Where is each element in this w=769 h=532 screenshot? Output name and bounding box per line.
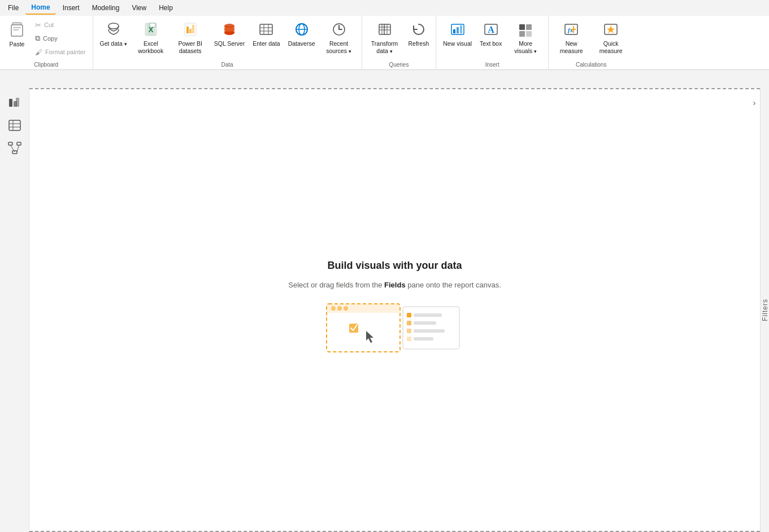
svg-line-62 — [17, 145, 19, 152]
quick-measure-icon — [602, 20, 620, 38]
svg-point-66 — [337, 306, 342, 311]
quick-measure-button[interactable]: Quick measure — [592, 18, 630, 59]
enter-data-label: Enter data — [253, 40, 280, 47]
svg-point-65 — [331, 306, 336, 311]
new-measure-label: New measure — [555, 40, 587, 54]
ribbon: Paste ✂ Cut ⧉ Copy 🖌 Format painter Clip… — [0, 16, 769, 70]
dataverse-label: Dataverse — [288, 40, 315, 47]
dataverse-button[interactable]: Dataverse — [285, 18, 319, 59]
svg-rect-78 — [414, 337, 433, 341]
insert-group: New visual A Text box — [436, 16, 549, 69]
clipboard-group: Paste ✂ Cut ⧉ Copy 🖌 Format painter Clip… — [0, 16, 93, 69]
text-box-button[interactable]: A Text box — [476, 18, 505, 59]
excel-workbook-label: Excel workbook — [135, 40, 167, 54]
svg-rect-59 — [17, 142, 21, 145]
more-visuals-icon — [516, 20, 535, 38]
get-data-icon — [105, 20, 123, 38]
refresh-icon — [410, 20, 428, 38]
menu-home[interactable]: Home — [25, 1, 55, 15]
svg-rect-36 — [453, 29, 455, 33]
svg-rect-73 — [407, 321, 411, 325]
svg-rect-2 — [13, 27, 21, 28]
canvas-illustration — [321, 298, 468, 360]
svg-rect-77 — [407, 337, 411, 341]
cut-button[interactable]: ✂ Cut — [32, 18, 89, 32]
transform-data-icon — [376, 20, 394, 38]
clipboard-label: Clipboard — [3, 60, 89, 69]
svg-rect-18 — [260, 24, 272, 34]
filters-label[interactable]: Filters — [761, 299, 769, 321]
more-visuals-button[interactable]: More visuals ▾ — [506, 18, 545, 59]
enter-data-button[interactable]: Enter data — [249, 18, 283, 59]
calculations-group-label: Calculations — [552, 60, 630, 69]
svg-rect-53 — [16, 98, 19, 107]
svg-rect-42 — [526, 24, 532, 30]
refresh-button[interactable]: Refresh — [405, 18, 433, 59]
data-group-label: Data — [97, 60, 358, 69]
power-bi-datasets-label: Power BI datasets — [175, 40, 206, 54]
copy-button[interactable]: ⧉ Copy — [32, 32, 89, 45]
svg-point-17 — [224, 27, 234, 32]
paste-icon — [8, 20, 26, 38]
excel-icon: X — [142, 20, 160, 38]
menu-modeling[interactable]: Modeling — [86, 2, 125, 14]
svg-rect-54 — [9, 120, 20, 130]
data-group: Get data ▾ X Excel workbook — [93, 16, 362, 69]
paste-button[interactable]: Paste — [3, 18, 31, 59]
copy-icon: ⧉ — [35, 34, 40, 43]
svg-rect-58 — [8, 142, 12, 145]
new-visual-label: New visual — [443, 40, 472, 47]
menu-view[interactable]: View — [126, 2, 152, 14]
transform-data-button[interactable]: Transform data ▾ — [366, 18, 404, 59]
dataverse-icon — [293, 20, 311, 38]
svg-rect-12 — [189, 29, 192, 33]
left-sidebar — [0, 88, 29, 532]
transform-data-label: Transform data ▾ — [369, 40, 401, 54]
svg-rect-11 — [186, 27, 189, 33]
svg-rect-9 — [150, 23, 155, 27]
filters-panel: Filters — [760, 88, 769, 532]
svg-rect-75 — [407, 329, 411, 333]
collapse-panel-button[interactable]: › — [749, 95, 760, 111]
get-data-button[interactable]: Get data ▾ — [97, 18, 131, 59]
recent-sources-button[interactable]: Recent sources ▾ — [320, 18, 358, 59]
queries-group: Transform data ▾ Refresh Queries — [362, 16, 437, 69]
text-box-icon: A — [482, 20, 500, 38]
get-data-label: Get data ▾ — [100, 40, 127, 47]
svg-rect-41 — [519, 24, 525, 30]
format-painter-label: Format painter — [45, 49, 86, 55]
canvas-content: Build visuals with your data Select or d… — [288, 260, 501, 360]
power-bi-datasets-icon — [181, 20, 199, 38]
menu-insert[interactable]: Insert — [57, 2, 85, 14]
sql-server-button[interactable]: SQL Server — [211, 18, 248, 59]
svg-rect-38 — [460, 25, 462, 33]
svg-point-67 — [344, 306, 348, 311]
recent-sources-label: Recent sources ▾ — [323, 40, 355, 54]
power-bi-datasets-button[interactable]: Power BI datasets — [171, 18, 210, 59]
svg-rect-60 — [12, 151, 17, 154]
canvas-border-top — [29, 88, 760, 89]
menu-help[interactable]: Help — [153, 2, 179, 14]
svg-rect-13 — [192, 25, 194, 33]
cut-icon: ✂ — [35, 21, 41, 29]
excel-workbook-button[interactable]: X Excel workbook — [132, 18, 170, 59]
model-view-icon[interactable] — [5, 138, 25, 158]
table-view-icon[interactable] — [5, 115, 25, 136]
enter-data-icon — [257, 20, 275, 38]
format-painter-button[interactable]: 🖌 Format painter — [32, 45, 89, 59]
recent-sources-icon — [330, 20, 348, 38]
new-visual-button[interactable]: New visual — [440, 18, 475, 59]
svg-rect-70 — [403, 307, 459, 349]
canvas-title: Build visuals with your data — [327, 260, 462, 272]
menu-file[interactable]: File — [2, 2, 24, 14]
sql-server-label: SQL Server — [214, 40, 245, 47]
new-measure-button[interactable]: fx New measure — [552, 18, 590, 59]
new-measure-icon: fx — [562, 20, 580, 38]
paste-label: Paste — [10, 41, 25, 48]
copy-label: Copy — [43, 35, 58, 42]
report-view-icon[interactable] — [5, 93, 25, 113]
svg-rect-74 — [414, 321, 436, 325]
refresh-label: Refresh — [409, 40, 429, 47]
new-visual-icon — [449, 20, 467, 38]
svg-rect-76 — [414, 329, 445, 333]
